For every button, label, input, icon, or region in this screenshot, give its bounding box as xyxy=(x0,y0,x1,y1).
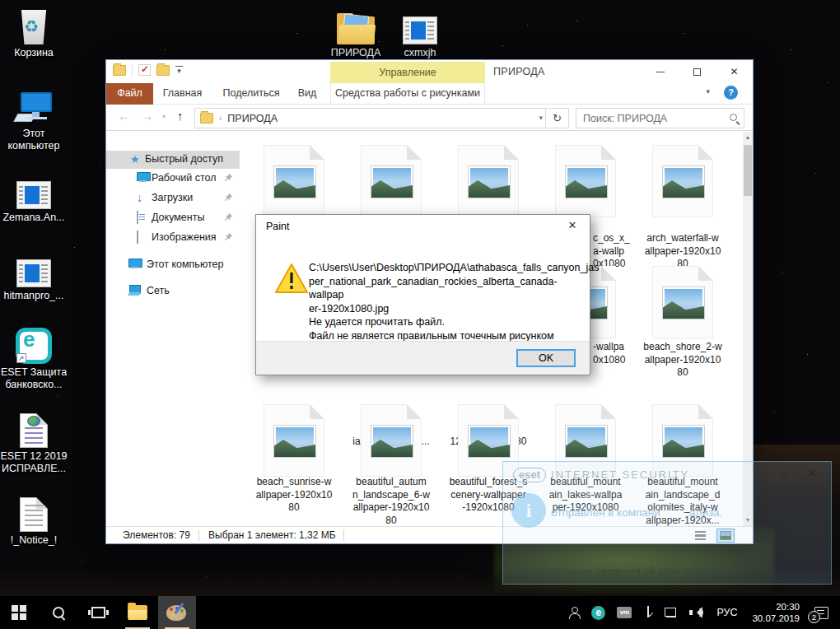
image-thumbnail xyxy=(468,425,511,458)
properties-check-icon[interactable] xyxy=(138,64,151,76)
maximize-button[interactable] xyxy=(679,60,716,83)
file-explorer-taskbar-button[interactable] xyxy=(119,596,156,629)
address-bar[interactable]: › ПРИРОДА ▾ xyxy=(194,108,546,128)
sidebar-item-label: Рабочий стол xyxy=(152,172,216,184)
desktop-icon-природа[interactable]: ПРИРОДА xyxy=(320,5,392,59)
people-icon[interactable] xyxy=(568,607,580,618)
eset-notification-toast: esetINTERNET SECURITY ⌄ ✕ i отправлен в … xyxy=(502,461,832,585)
search-icon[interactable] xyxy=(730,114,737,121)
dialog-footer: OK xyxy=(256,341,590,375)
network-icon[interactable] xyxy=(665,608,678,618)
ok-button[interactable]: OK xyxy=(516,349,576,367)
tab-файл[interactable]: Файл xyxy=(106,83,153,105)
toast-details-link[interactable]: Дополнительные сведения об этом сообщени… xyxy=(511,566,737,577)
toast-message-fragment: ализа. xyxy=(689,506,722,519)
address-dropdown-chevron-icon[interactable]: ▾ xyxy=(539,114,543,122)
contextual-tab-group[interactable]: Управление xyxy=(330,62,485,83)
taskbar-clock[interactable]: 20:3030.07.2019 xyxy=(752,601,800,624)
tab-средства-работы-с-рисунками[interactable]: Средства работы с рисунками xyxy=(330,83,485,105)
image-thumbnail xyxy=(273,165,316,198)
forward-button[interactable]: → xyxy=(141,109,153,123)
breadcrumb-location[interactable]: ПРИРОДА xyxy=(227,113,278,124)
desktop-icon-этот-компьютер[interactable]: Этот компьютер xyxy=(0,86,70,152)
desktop-icon--_notice_-[interactable]: !_Notice_! xyxy=(0,492,70,547)
pin-icon xyxy=(224,173,233,184)
sidebar-item-рабочий-стол[interactable]: Рабочий стол xyxy=(106,170,240,188)
sidebar-item-быстрый-доступ[interactable]: ★Быстрый доступ xyxy=(106,151,240,169)
app-window-icon xyxy=(16,259,51,287)
task-view-icon xyxy=(91,607,105,618)
dialog-close-button[interactable]: ✕ xyxy=(563,219,581,231)
text-doc-icon xyxy=(20,497,48,532)
customize-qat-chevron-icon[interactable]: ▾ xyxy=(175,66,183,74)
task-view-button[interactable] xyxy=(79,596,117,629)
desktop-icon-zemana-an-[interactable]: Zemana.An... xyxy=(0,170,70,224)
sidebar-item-этот-компьютер[interactable]: Этот компьютер xyxy=(106,256,240,274)
divider xyxy=(132,64,133,76)
up-button[interactable]: ↑ xyxy=(177,109,184,123)
action-center-icon[interactable]: 2 xyxy=(814,607,828,619)
tab-главная[interactable]: Главная xyxy=(159,83,206,105)
image-file-icon xyxy=(264,145,324,217)
vmware-tray-icon[interactable]: vm xyxy=(617,607,632,618)
this-pc-monitor-icon xyxy=(128,259,142,271)
items-count: Элементов: 79 xyxy=(123,529,190,541)
toast-close-icon[interactable]: ✕ xyxy=(807,467,816,479)
sidebar-item-label: Сеть xyxy=(147,285,170,296)
search-box[interactable]: Поиск: ПРИРОДА xyxy=(576,108,744,128)
sidebar-item-label: Документы xyxy=(152,212,204,223)
file-label: arch_waterfall-w allpaper-1920x10 80 xyxy=(637,232,729,271)
desktop-icon-hitmanpro_-[interactable]: hitmanpro_... xyxy=(0,248,70,302)
notification-badge: 2 xyxy=(808,611,820,623)
volume-icon[interactable] xyxy=(689,607,704,618)
recent-locations-chevron-icon[interactable]: ▾ xyxy=(162,113,166,120)
eset-tray-icon[interactable]: e xyxy=(591,606,605,620)
file-explorer-icon xyxy=(128,605,147,620)
sidebar-item-документы[interactable]: Документы xyxy=(106,209,240,227)
refresh-button[interactable]: ↻ xyxy=(546,108,569,128)
downloads-arrow-icon: ↓ xyxy=(137,192,150,204)
close-button[interactable]: ✕ xyxy=(716,60,753,83)
paint-taskbar-button[interactable] xyxy=(158,596,196,629)
starfield-wallpaper xyxy=(0,0,1,1)
scroll-up-arrow-icon[interactable]: ▲ xyxy=(743,132,753,143)
sidebar-item-сеть[interactable]: Сеть xyxy=(106,282,240,301)
toast-collapse-chevron-icon[interactable]: ⌄ xyxy=(780,467,788,478)
scrollbar-thumb[interactable] xyxy=(744,145,752,196)
desktop-icon-cxmxjh[interactable]: cxmxjh xyxy=(384,5,456,59)
toast-message-fragment: отправлен в компани xyxy=(551,506,660,519)
tab-поделиться[interactable]: Поделиться xyxy=(217,83,286,105)
new-folder-icon[interactable] xyxy=(156,65,170,76)
help-button[interactable]: ? xyxy=(724,86,738,100)
taskbar-search-button[interactable] xyxy=(40,596,77,629)
desktop-icon-label: ESET Защита банковско... xyxy=(0,366,70,391)
ribbon-expand-chevron-icon[interactable]: ▾ xyxy=(706,87,710,96)
search-text: Поиск: ПРИРОДА xyxy=(583,113,667,124)
usb-eject-icon[interactable] xyxy=(643,606,653,619)
taskbar: e vm РУС 20:3030.07.2019 2 xyxy=(0,596,840,629)
info-icon: i xyxy=(511,493,546,528)
pictures-icon xyxy=(137,231,150,244)
minimize-button[interactable] xyxy=(642,60,679,83)
warning-icon xyxy=(274,263,309,297)
eset-app-icon xyxy=(16,328,52,364)
sidebar-item-label: Этот компьютер xyxy=(147,259,223,270)
folder-icon[interactable] xyxy=(113,65,126,76)
image-file-icon xyxy=(264,404,324,477)
language-indicator[interactable]: РУС xyxy=(716,607,737,618)
start-button[interactable] xyxy=(0,596,38,629)
sidebar-item-загрузки[interactable]: ↓Загрузки xyxy=(106,189,240,207)
pin-icon xyxy=(224,212,233,224)
explorer-titlebar[interactable]: ▾ Управление ПРИРОДА ✕ xyxy=(106,60,753,83)
desktop-icon-eset-защита-банковско-[interactable]: ESET Защита банковско... xyxy=(0,324,70,391)
desktop-icon-корзина[interactable]: ♻Корзина xyxy=(0,5,70,59)
eset-badge: eset xyxy=(513,468,546,482)
desktop-icon-label: ПРИРОДА xyxy=(320,47,392,59)
back-button[interactable]: ← xyxy=(118,109,130,123)
image-thumbnail xyxy=(662,425,705,458)
desktop-icon-eset-12-2019-исправле-[interactable]: ESET 12 2019 ИСПРАВЛЕ... xyxy=(0,408,70,475)
navigation-bar: ← → ▾ ↑ › ПРИРОДА ▾ ↻ Поиск: ПРИРОДА xyxy=(106,106,753,131)
sidebar-item-изображения[interactable]: Изображения xyxy=(106,229,240,247)
folder-images-icon xyxy=(337,13,375,44)
tab-вид[interactable]: Вид xyxy=(289,83,325,105)
